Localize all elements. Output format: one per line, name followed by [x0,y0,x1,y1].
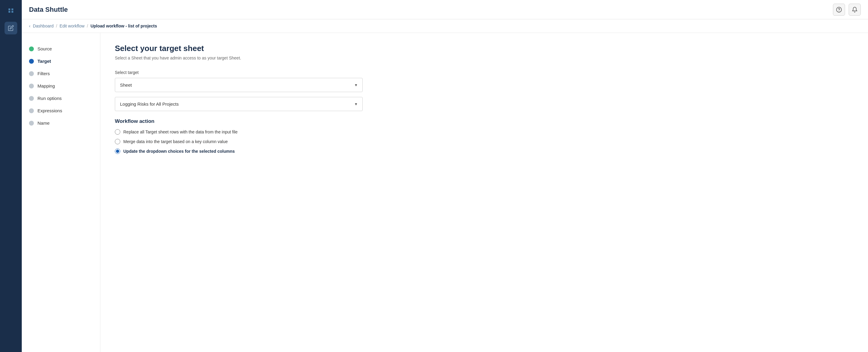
step-dot [29,46,34,51]
step-item-target[interactable]: Target [29,55,93,67]
top-header: Data Shuttle [22,0,868,19]
radio-option-merge[interactable]: Merge data into the target based on a ke… [115,139,854,144]
app-title: Data Shuttle [29,6,68,13]
form-subtitle: Select a Sheet that you have admin acces… [115,56,854,60]
step-item-expressions[interactable]: Expressions [29,104,93,117]
radio-label-replace: Replace all Target sheet rows with the d… [123,130,238,134]
step-label: Mapping [37,83,55,89]
breadcrumb-sep-1: / [56,24,57,28]
radio-option-update[interactable]: Update the dropdown choices for the sele… [115,148,854,154]
step-dot [29,71,34,76]
step-dot [29,83,34,89]
app-logo [5,5,16,16]
sheet-name-select[interactable]: Logging Risks for All Projects [115,97,363,111]
radio-input-merge[interactable] [115,139,120,144]
step-label: Expressions [37,108,62,113]
step-item-name[interactable]: Name [29,117,93,129]
steps-navigation: SourceTargetFiltersMappingRun optionsExp… [22,33,100,352]
radio-input-update[interactable] [115,148,120,154]
select-target-label: Select target [115,70,854,75]
step-item-source[interactable]: Source [29,42,93,55]
main-panel: Data Shuttle ‹ Dashboard / Edit workflow [22,0,868,352]
step-dot [29,59,34,64]
step-dot [29,121,34,126]
step-dot [29,108,34,113]
radio-options-container: Replace all Target sheet rows with the d… [115,129,854,154]
sheet-name-select-wrapper: Logging Risks for All Projects ▼ [115,97,363,111]
breadcrumb-edit-workflow[interactable]: Edit workflow [60,24,84,28]
edit-icon-button[interactable] [4,22,17,34]
step-label: Name [37,120,50,126]
form-title: Select your target sheet [115,44,854,53]
form-area: Select your target sheet Select a Sheet … [100,33,868,352]
workflow-action-title: Workflow action [115,118,854,125]
sheet-type-select-wrapper: Sheet Report Dashboard ▼ [115,78,363,92]
breadcrumb-sep-2: / [87,24,88,28]
svg-rect-0 [7,6,15,14]
breadcrumb-dashboard[interactable]: Dashboard [33,24,54,28]
header-left: Data Shuttle [29,6,68,13]
step-label: Target [37,59,51,64]
breadcrumb: ‹ Dashboard / Edit workflow / Upload wor… [22,19,868,33]
radio-label-update: Update the dropdown choices for the sele… [123,149,235,154]
step-dot [29,96,34,101]
step-label: Run options [37,96,62,101]
radio-option-replace[interactable]: Replace all Target sheet rows with the d… [115,129,854,135]
content-area: SourceTargetFiltersMappingRun optionsExp… [22,33,868,352]
step-item-mapping[interactable]: Mapping [29,80,93,92]
radio-label-merge: Merge data into the target based on a ke… [123,139,228,144]
sheet-type-select[interactable]: Sheet Report Dashboard [115,78,363,92]
step-item-run-options[interactable]: Run options [29,92,93,104]
step-item-filters[interactable]: Filters [29,67,93,80]
help-button[interactable] [833,4,845,16]
header-right [833,4,861,16]
notification-button[interactable] [849,4,861,16]
radio-input-replace[interactable] [115,129,120,135]
sidebar [0,0,22,352]
breadcrumb-back-arrow[interactable]: ‹ [29,24,31,28]
step-label: Filters [37,71,50,76]
breadcrumb-current: Upload workflow - list of projects [90,24,157,28]
step-label: Source [37,46,52,51]
